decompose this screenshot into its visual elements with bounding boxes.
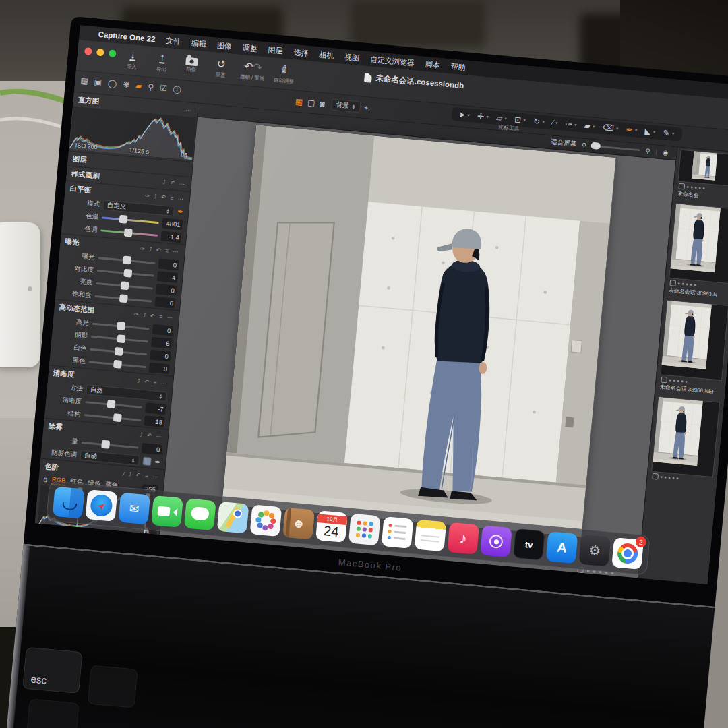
slider-value[interactable]: 4 [157,271,178,283]
menubar-app-name[interactable]: Capture One 22 [98,30,156,44]
slider-value[interactable]: -7 [145,402,166,415]
menu-item-10[interactable]: 帮助 [450,61,466,73]
white-balance-picker-icon[interactable]: ✒ [177,207,184,216]
slider-结构[interactable] [84,414,141,421]
add-icon[interactable]: +. [364,104,371,112]
rating-dot[interactable] [677,380,679,382]
dock-icon-launchpad[interactable] [348,514,381,546]
undo-redo-button[interactable]: ↶↷撤销 / 重做 [239,59,266,82]
magnifier-icon[interactable]: ⚲ [147,82,154,94]
rating-dot[interactable] [694,284,696,286]
dock-icon-music[interactable]: ♪ [447,522,479,555]
dock-icon-contacts[interactable]: ☻ [282,508,315,540]
slider-value[interactable]: 4801 [162,218,183,231]
rating-dot[interactable] [686,283,688,285]
capture-button[interactable]: 拍摄 [181,54,202,74]
slider-handle[interactable] [123,269,132,278]
grid-icon[interactable]: ▦ [80,76,88,88]
pointer-tool[interactable]: ➤▼ [458,110,471,121]
slider-对比度[interactable] [97,270,154,277]
zoom-slider[interactable] [592,145,640,152]
dock-icon-facetime[interactable] [151,495,183,528]
single-view-icon[interactable]: ▢ [307,98,316,108]
traffic-light-close[interactable] [84,47,92,55]
rating-dot[interactable] [672,477,674,479]
select-checkbox[interactable] [678,183,685,190]
main-photo[interactable] [222,125,616,537]
slider-handle[interactable] [120,281,129,290]
section-tools-icons[interactable]: ✑ ⤴ ↶ ≡ ⋯ [133,311,174,321]
straighten-tool[interactable]: ∕▼ [551,118,559,128]
menu-item-6[interactable]: 相机 [319,49,334,61]
slider-value[interactable]: 0 [149,363,170,375]
slider-亮度[interactable] [96,282,153,290]
slider-value[interactable]: 0 [152,324,173,336]
slider-value[interactable]: 0 [150,350,171,362]
rating-dot[interactable] [664,477,666,479]
slider-handle[interactable] [114,347,123,356]
slider-handle[interactable] [113,360,121,369]
section-tools-icons[interactable]: ✑ ⤴ ↶ ≡ ⋯ [140,245,180,255]
eraser-tool[interactable]: ▰▼ [584,121,596,132]
dock-icon-podcasts[interactable] [480,525,512,557]
dock-icon-settings[interactable]: ⚙ [578,535,611,567]
folder-icon[interactable]: ▰ [135,81,142,93]
colorwheel-icon[interactable]: ❋ [122,80,130,92]
keyboard-key[interactable] [88,665,138,708]
traffic-light-minimize[interactable] [96,49,104,57]
menu-item-9[interactable]: 脚本 [425,59,440,70]
slider-handle[interactable] [117,322,125,330]
esc-key[interactable]: esc [22,647,82,694]
check-icon[interactable]: ☑ [159,83,167,95]
fill-arrow-tool[interactable]: ◣▼ [644,127,657,138]
slider-value[interactable]: 0 [158,258,179,270]
slider-value[interactable]: 0 [156,284,177,296]
slider-value[interactable]: 0 [154,297,175,309]
slider-黑色[interactable] [88,361,146,368]
select-checkbox[interactable] [661,377,667,384]
slider-handle[interactable] [117,334,125,343]
rating-dot[interactable] [685,381,687,383]
rating-dot[interactable] [673,380,675,382]
slider-handle[interactable] [124,228,133,237]
slider-色调[interactable] [100,229,158,237]
export-button[interactable]: ↑导出 [151,51,173,74]
dock-icon-notes[interactable] [414,520,446,552]
reset-button[interactable]: ↺重置 [210,57,233,80]
slider-handle[interactable] [101,440,110,449]
slider-曝光[interactable] [98,257,156,264]
rating-dot[interactable] [676,477,678,479]
dock-icon-reminders[interactable] [382,516,414,549]
dock-icon-appstore[interactable]: A [546,531,578,564]
slider-高光[interactable] [92,323,150,330]
dock-icon-chrome[interactable]: 2 [611,537,644,570]
photo-canvas[interactable] [162,117,675,547]
dock-icon-messages[interactable] [184,498,216,530]
rating-dot[interactable] [661,476,663,478]
menu-item-3[interactable]: 调整 [242,42,257,54]
rating-dot[interactable] [691,186,693,188]
camera-icon[interactable]: ▣ [94,77,102,89]
section-tools-icons[interactable]: ∕ ⤴ ↶ ≡ ⋯ [123,471,160,481]
dock-icon-finder[interactable] [53,487,85,519]
thumbnail-image[interactable] [661,301,728,380]
spot-removal-tool[interactable]: ✒▼ [626,125,638,135]
thumbnail-image[interactable] [669,204,728,283]
menu-item-8[interactable]: 自定义浏览器 [369,54,415,68]
select-checkbox[interactable] [652,473,659,480]
rating-dot[interactable] [699,187,701,189]
dock-icon-safari[interactable] [85,489,117,522]
menu-item-0[interactable]: 文件 [166,35,181,47]
dock-icon-maps[interactable] [217,502,249,534]
menu-item-2[interactable]: 图像 [216,40,232,51]
slider-白色[interactable] [90,348,147,356]
filmstrip-item-0[interactable]: 未命名会 [677,150,728,203]
select-checkbox[interactable] [669,280,676,286]
zoom-out-icon[interactable]: ⚲ [582,141,587,149]
shadow-tone-swatch[interactable] [142,456,152,466]
dock-icon-calendar[interactable]: 10月24 [315,510,348,543]
rating-dot[interactable] [668,477,670,479]
slider-value[interactable]: 6 [151,337,172,349]
erase-refine-tool[interactable]: ⌫▼ [602,123,619,133]
rating-dot[interactable] [690,284,692,286]
